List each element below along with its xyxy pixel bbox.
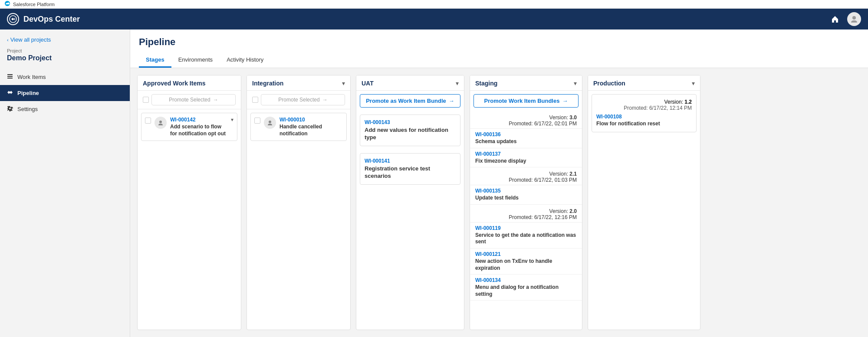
wi-id-staging-wi000121[interactable]: WI-000121 <box>475 251 577 257</box>
arrow-icon: → <box>213 97 218 103</box>
stage-approved-work-items: Approved Work Items Promote Selected → <box>137 75 241 330</box>
sidebar-item-settings[interactable]: Settings <box>0 101 130 117</box>
sidebar-item-pipeline[interactable]: Pipeline <box>0 85 130 101</box>
stage-header-uat: UAT ▾ <box>356 75 464 91</box>
pipeline-icon <box>7 89 13 97</box>
staging-version-2-1: Version: 2.1 Promoted: 6/17/22, 01:03 PM <box>470 167 582 185</box>
home-icon[interactable] <box>828 12 842 26</box>
arrow-icon: → <box>449 98 454 104</box>
wi-card-wi000010: WI-000010 Handle cancelled notification <box>250 113 347 141</box>
checkbox-wi000142[interactable] <box>145 118 151 124</box>
wi-id-prod-wi000108[interactable]: WI-000108 <box>596 114 692 120</box>
wi-card-check <box>145 117 151 137</box>
svg-rect-3 <box>7 74 13 75</box>
wi-id-staging-wi000119[interactable]: WI-000119 <box>475 225 577 231</box>
checkbox-wi000010[interactable] <box>254 118 260 124</box>
svg-rect-4 <box>7 76 13 77</box>
promote-bundle-staging-button[interactable]: Promote Work Item Bundles → <box>473 94 579 108</box>
promote-bundle-uat-button[interactable]: Promote as Work Item Bundle → <box>360 94 460 108</box>
staging-wi000135: WI-000135 Update test fields <box>470 185 582 205</box>
stage-title-production: Production <box>593 80 625 87</box>
wi-id-staging-wi000136[interactable]: WI-000136 <box>475 131 577 137</box>
settings-label: Settings <box>17 106 38 112</box>
tab-activity-history[interactable]: Activity History <box>220 53 270 68</box>
sf-brand-label: Salesforce Platform <box>13 2 55 7</box>
wi-desc-staging-wi000121: New action on TxEnv to handle expiration <box>475 258 577 272</box>
sidebar: ‹ View all projects Project Demo Project… <box>0 29 130 337</box>
wi-id-wi000143[interactable]: WI-000143 <box>365 119 456 125</box>
staging-wi000121: WI-000121 New action on TxEnv to handle … <box>470 249 582 275</box>
wi-desc-staging-wi000135: Update test fields <box>475 195 577 202</box>
wi-card-wi000142: WI-000142 Add scenario to flow for notif… <box>141 113 237 141</box>
promote-selected-integration-button[interactable]: Promote Selected → <box>261 94 345 105</box>
stage-staging: Staging ▾ Promote Work Item Bundles → Ve… <box>470 75 582 330</box>
user-avatar[interactable] <box>847 12 861 26</box>
stage-uat: UAT ▾ Promote as Work Item Bundle → WI-0… <box>356 75 464 330</box>
tab-environments[interactable]: Environments <box>171 53 220 68</box>
checkbox-integration[interactable] <box>252 97 258 103</box>
main-header: DevOps Center <box>0 9 868 29</box>
wi-dropdown-wi000142[interactable]: ▾ <box>231 117 233 137</box>
tab-stages[interactable]: Stages <box>139 53 171 68</box>
staging-version-2-0-num: Version: 2.0 <box>475 208 577 214</box>
uat-card-wi000141: WI-000141 Registration service test scen… <box>360 153 460 185</box>
stage-integration: Integration ▾ Promote Selected → <box>247 75 351 330</box>
project-name: Demo Project <box>0 53 130 69</box>
wi-id-wi000141[interactable]: WI-000141 <box>365 158 456 164</box>
tab-bar: Stages Environments Activity History <box>139 53 859 68</box>
stage-title-uat: UAT <box>362 80 374 87</box>
wi-desc-staging-wi000136: Schema updates <box>475 138 577 145</box>
wi-desc-staging-wi000137: Fix timezone display <box>475 158 577 165</box>
svg-point-2 <box>852 16 856 20</box>
promote-selected-approved-button[interactable]: Promote Selected → <box>151 94 236 105</box>
staging-wi000136: WI-000136 Schema updates <box>470 129 582 148</box>
stage-dropdown-production[interactable]: ▾ <box>692 80 695 87</box>
stage-header-integration: Integration ▾ <box>247 75 350 91</box>
wi-avatar-wi000142 <box>155 117 167 129</box>
staging-wi000137: WI-000137 Fix timezone display <box>470 148 582 168</box>
wi-id-staging-wi000135[interactable]: WI-000135 <box>475 188 577 194</box>
wi-desc-prod-wi000108: Flow for notification reset <box>596 121 692 128</box>
main-content: Pipeline Stages Environments Activity Hi… <box>130 29 868 337</box>
main-layout: ‹ View all projects Project Demo Project… <box>0 29 868 337</box>
checkbox-approved[interactable] <box>143 97 149 103</box>
wi-id-staging-wi000134[interactable]: WI-000134 <box>475 277 577 283</box>
devops-logo <box>7 13 19 25</box>
stage-dropdown-staging[interactable]: ▾ <box>574 80 577 87</box>
prod-promoted-label: Promoted: 6/17/22, 12:14 PM <box>596 105 692 111</box>
arrow-icon: → <box>322 97 328 103</box>
wi-desc-staging-wi000119: Service to get the date a notification w… <box>475 232 577 245</box>
staging-version-2-1-num: Version: 2.1 <box>475 171 577 177</box>
salesforce-topbar: Salesforce Platform <box>0 0 868 9</box>
stage-title-approved: Approved Work Items <box>143 80 205 87</box>
salesforce-logo <box>4 0 10 8</box>
wi-avatar-wi000010 <box>264 117 276 129</box>
prod-version-1-2: Version: 1.2 Promoted: 6/17/22, 12:14 PM… <box>592 94 697 132</box>
stage-title-integration: Integration <box>252 80 283 87</box>
header-right <box>828 12 861 26</box>
staging-version-2-0-date: Promoted: 6/17/22, 12:16 PM <box>475 214 577 220</box>
wi-id-wi000010[interactable]: WI-000010 <box>279 117 343 123</box>
wi-desc-wi000010: Handle cancelled notification <box>279 124 343 137</box>
staging-version-2-0: Version: 2.0 Promoted: 6/17/22, 12:16 PM <box>470 205 582 222</box>
sidebar-nav: Work Items Pipeline Settings <box>0 69 130 117</box>
stage-header-production: Production ▾ <box>588 75 700 91</box>
back-to-projects[interactable]: ‹ View all projects <box>0 36 130 48</box>
stage-dropdown-integration[interactable]: ▾ <box>342 80 345 87</box>
sidebar-item-work-items[interactable]: Work Items <box>0 69 130 85</box>
svg-rect-5 <box>7 78 13 79</box>
project-label: Project <box>0 48 130 53</box>
prod-version-label: Version: 1.2 <box>596 99 692 105</box>
uat-card-wi000143: WI-000143 Add new values for notificatio… <box>360 115 460 146</box>
svg-point-6 <box>159 121 162 123</box>
stage-dropdown-uat[interactable]: ▾ <box>456 80 459 87</box>
work-items-icon <box>7 73 13 81</box>
wi-id-wi000142[interactable]: WI-000142 <box>170 117 227 123</box>
staging-wi000134: WI-000134 Menu and dialog for a notifica… <box>470 275 582 301</box>
settings-icon <box>7 105 13 113</box>
promote-row-approved: Promote Selected → <box>138 91 241 109</box>
staging-version-3: Version: 3.0 Promoted: 6/17/22, 02:01 PM <box>470 111 582 129</box>
svg-point-7 <box>269 121 271 123</box>
wi-id-staging-wi000137[interactable]: WI-000137 <box>475 151 577 157</box>
stage-header-approved: Approved Work Items <box>138 75 241 91</box>
